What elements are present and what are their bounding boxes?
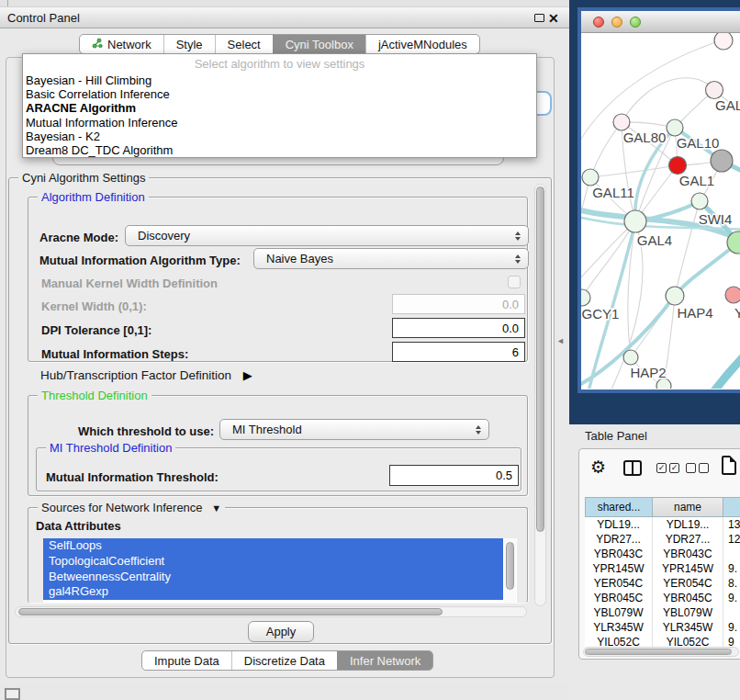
network-node-y[interactable] [725,287,740,303]
tab-label: Discretize Data [244,654,325,668]
mac-close-button[interactable] [593,17,604,28]
mi-steps-field[interactable]: 6 [392,342,525,362]
table-cell: YBL079W [653,605,723,620]
table-row[interactable]: YER054CYER054C8. [585,576,740,591]
table-cell: YDR27... [585,532,653,547]
vscrollbar-thumb[interactable] [536,186,544,532]
group-title: Algorithm Definition [38,190,149,204]
table-cell: YPR145W [653,561,723,576]
network-node-hap2[interactable] [623,350,638,365]
network-canvas[interactable]: GALGAL80GAL10GAL1GAL11GAL4SWI4GCY1HAP4YH… [581,33,740,389]
network-node[interactable] [714,33,733,50]
attr-list-scrollbar[interactable] [504,538,516,603]
algorithm-option[interactable]: Mutual Information Inference [23,116,536,130]
settings-vscrollbar[interactable] [534,184,546,606]
sources-toggle[interactable]: Sources for Network Inference ▼ [38,501,225,515]
float-window-icon[interactable] [534,14,544,22]
network-node-gal10[interactable] [667,119,683,136]
docked-window-icon[interactable] [5,688,20,700]
tab-jactivemnodules[interactable]: jActiveMNodules [365,35,479,53]
panel-collapse-arrow[interactable]: ◄ [556,336,565,345]
table-cell: 8. [723,576,740,591]
attr-scroll-thumb[interactable] [506,542,514,590]
mi-threshold-group: MI Threshold Definition Mutual Informati… [36,447,521,491]
table-row[interactable]: YDL19...YDL19...13 [585,517,740,532]
network-edge[interactable] [582,221,635,298]
network-node-gal1[interactable] [669,157,687,175]
table-hscrollbar[interactable] [583,647,739,657]
network-node-hap4[interactable] [666,287,684,305]
network-edge[interactable] [622,78,714,122]
attribute-item[interactable]: TopologicalCoefficient [43,554,503,570]
mi-threshold-label: Mutual Information Threshold: [46,470,219,484]
network-node[interactable] [711,150,733,172]
table-row[interactable]: YDR27...YDR27...12 [585,532,740,547]
tab-label: Style [176,38,203,51]
mi-threshold-field[interactable]: 0.5 [389,465,519,486]
column-header-shared[interactable]: shared... [585,497,653,517]
algorithm-option[interactable]: Dream8 DC_TDC Algorithm [23,143,536,157]
tab-infer-network[interactable]: Infer Network [337,651,432,670]
tab-cyni-toolbox[interactable]: Cyni Toolbox [273,35,365,53]
table-row[interactable]: YLR345WYLR345W9. [585,620,740,635]
expand-right-icon: ▶ [243,368,252,382]
algorithm-option[interactable]: Basic Correlation Inference [23,87,536,101]
network-edge[interactable] [590,122,622,177]
table-cell: YDL19... [653,517,723,532]
algorithm-option[interactable]: Bayesian - Hill Climbing [23,73,536,87]
attribute-item[interactable]: gal4RGexp [43,584,503,600]
manual-kernel-label: Manual Kernel Width Definition [41,277,218,290]
network-edge[interactable] [590,165,678,177]
table-row[interactable]: YBL079WYBL079W [585,605,740,620]
unchecked-columns-icon[interactable] [686,463,709,473]
manual-kernel-checkbox[interactable] [508,276,521,288]
tab-network[interactable]: Network [80,35,163,53]
which-threshold-combo[interactable]: MI Threshold [219,419,489,440]
tab-impute-data[interactable]: Impute Data [142,651,231,670]
mi-type-combo[interactable]: Naive Bayes [253,248,529,269]
tab-label: Infer Network [350,654,420,668]
table-row[interactable]: YBR043CYBR043C [585,547,740,561]
tab-discretize-data[interactable]: Discretize Data [231,651,337,670]
aracne-mode-combo[interactable]: Discovery [125,225,529,246]
tab-style[interactable]: Style [163,35,215,53]
close-icon[interactable]: ✕ [548,9,559,28]
checked-columns-icon[interactable]: ✓✓ [656,463,679,473]
table-hscroll-thumb[interactable] [585,649,732,655]
hscrollbar-thumb[interactable] [18,608,443,615]
kernel-width-field[interactable]: 0.0 [392,294,525,314]
apply-button[interactable]: Apply [248,621,314,642]
table-row[interactable]: YPR145WYPR145W9. [585,561,740,576]
table-cell: 9. [723,561,740,576]
table-cell: YBR043C [585,547,653,561]
network-node-gal80[interactable] [613,114,630,130]
hub-label: Hub/Transcription Factor Definition [40,368,231,382]
dpi-tolerance-field[interactable]: 0.0 [392,318,525,338]
algorithm-option[interactable]: Bayesian - K2 [23,130,536,143]
document-icon[interactable] [722,456,736,475]
mac-zoom-button[interactable] [630,17,641,28]
algorithm-option-selected[interactable]: ARACNE Algorithm [23,101,536,115]
network-node-swi4[interactable] [691,193,708,209]
network-window-titlebar[interactable] [581,11,740,33]
table-row[interactable]: YBR045CYBR045C9. [585,591,740,605]
dpi-tolerance-label: DPI Tolerance [0,1]: [41,323,151,337]
network-node-gal[interactable] [706,82,723,99]
node-label: GCY1 [582,306,620,322]
settings-hscrollbar[interactable] [15,606,527,617]
combo-value: MI Threshold [232,423,302,436]
network-node-gal4[interactable] [624,210,646,232]
gear-icon[interactable]: ⚙ [590,457,606,479]
hub-definition-toggle[interactable]: Hub/Transcription Factor Definition ▶ [40,368,252,382]
network-node-gal11[interactable] [582,169,599,186]
combo-value: Discovery [138,229,190,243]
network-node-gcy1[interactable] [581,289,590,306]
attribute-item[interactable]: SelfLoops [43,538,503,554]
attribute-item[interactable]: BetweennessCentrality [43,570,503,585]
column-header-clipped[interactable] [723,497,740,517]
network-edge[interactable] [710,351,740,389]
tab-select[interactable]: Select [215,35,273,53]
mac-minimize-button[interactable] [611,17,622,28]
column-header-name[interactable]: name [653,497,723,517]
split-panel-icon[interactable] [623,460,642,476]
